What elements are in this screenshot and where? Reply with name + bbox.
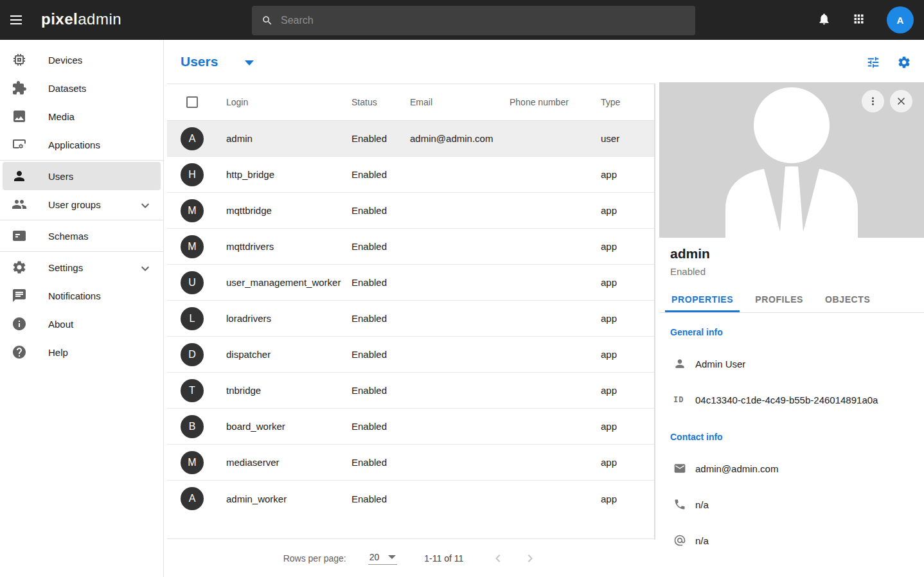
sidebar-item-label: Devices [48,55,82,66]
column-header-status[interactable]: Status [351,97,410,107]
table-pagination: Rows per page: 20 1-11 of 11 [167,538,654,577]
sidebar-item-settings[interactable]: Settings [3,253,161,281]
gear-icon [12,260,27,275]
rows-per-page-select[interactable]: 20 [368,552,398,565]
entity-type-dropdown[interactable]: Users [181,54,254,69]
sidebar-item-applications[interactable]: Applications [3,130,161,159]
top-app-bar: pixeladmin A [0,0,924,40]
column-header-email[interactable]: Email [410,97,510,107]
cell-type: app [601,169,654,180]
tab-profiles[interactable]: PROFILES [754,288,804,312]
cell-type: app [601,349,654,360]
close-panel-button[interactable] [890,90,912,112]
cell-status: Enabled [351,493,410,504]
row-avatar: A [181,487,204,510]
table-row-board-worker[interactable]: Bboard_workerEnabledapp [167,409,654,445]
cell-type: app [601,457,654,468]
pagination-range-label: 1-11 of 11 [424,553,463,564]
column-header-phone-number[interactable]: Phone number [510,97,601,107]
table-row-mqttdrivers[interactable]: MmqttdriversEnabledapp [167,229,654,265]
panel-field: n/a [659,486,924,522]
table-row-mediaserver[interactable]: MmediaserverEnabledapp [167,445,654,481]
table-row-mqttbridge[interactable]: MmqttbridgeEnabledapp [167,193,654,229]
section-heading-general-info: General info [670,327,924,340]
cell-type: app [601,421,654,432]
column-header-login[interactable]: Login [226,97,351,107]
apps-grid-icon[interactable] [852,12,867,28]
previous-page-icon[interactable] [490,551,506,566]
cell-login: loradrivers [226,313,351,324]
row-avatar: U [181,271,204,294]
table-row-admin-worker[interactable]: Aadmin_workerEnabledapp [167,481,654,517]
notifications-bell-icon[interactable] [817,12,833,28]
cell-status: Enabled [351,169,410,180]
sidebar-item-notifications[interactable]: Notifications [3,281,161,310]
cell-status: Enabled [351,205,410,216]
table-row-loradrivers[interactable]: LloradriversEnabledapp [167,301,654,337]
table-row-tnbridge[interactable]: TtnbridgeEnabledapp [167,373,654,409]
sidebar-item-label: Applications [48,139,100,150]
sidebar-item-users[interactable]: Users [3,162,161,190]
person-icon [12,168,27,184]
cell-login: user_management_worker [226,277,351,288]
table-row-dispatcher[interactable]: DdispatcherEnabledapp [167,337,654,373]
cell-email: admin@admin.com [410,133,510,144]
chip-icon [12,52,27,67]
cell-status: Enabled [351,349,410,360]
cell-login: mqttbridge [226,205,351,216]
sidebar-nav: DevicesDatasetsMediaApplicationsUsersUse… [0,40,164,577]
table-scrollbar[interactable] [654,84,655,540]
column-header-type[interactable]: Type [601,97,654,107]
sidebar-item-user-groups[interactable]: User groups [3,190,161,218]
chat-icon [12,288,27,303]
sidebar-item-help[interactable]: Help [3,338,161,366]
dropdown-caret-icon [245,60,254,66]
table-row-http-bridge[interactable]: Hhttp_bridgeEnabledapp [167,157,654,193]
select-all-checkbox[interactable] [186,96,198,108]
row-avatar: T [181,379,204,402]
sidebar-item-devices[interactable]: Devices [3,46,161,74]
person-icon [673,357,686,370]
at-icon [673,534,686,547]
cell-login: mqttdrivers [226,241,351,252]
row-avatar: D [181,343,204,366]
filter-tune-icon[interactable] [866,55,880,69]
users-table: LoginStatusEmailPhone numberType AadminE… [167,84,654,517]
sidebar-item-label: Users [48,171,73,182]
next-page-icon[interactable] [522,551,538,566]
row-avatar: B [181,415,204,438]
user-avatar[interactable]: A [887,6,914,33]
menu-icon[interactable] [8,12,24,28]
table-row-admin[interactable]: AadminEnabledadmin@admin.comuser [167,121,654,157]
panel-field-value: admin@admin.com [695,463,778,474]
search-bar[interactable] [252,6,695,35]
cell-status: Enabled [351,277,410,288]
search-input[interactable] [281,15,695,26]
more-options-button[interactable] [862,90,884,112]
sidebar-item-label: User groups [48,199,101,210]
sidebar-item-label: Media [48,111,75,122]
sidebar-item-datasets[interactable]: Datasets [3,74,161,102]
cell-status: Enabled [351,421,410,432]
sidebar-item-about[interactable]: About [3,310,161,338]
sidebar-item-schemas[interactable]: Schemas [3,222,161,250]
cell-status: Enabled [351,385,410,396]
cell-login: tnbridge [226,385,351,396]
cell-type: app [601,241,654,252]
app-window-icon [12,137,27,152]
cell-type: app [601,205,654,216]
more-vert-icon [867,95,879,107]
table-header-row: LoginStatusEmailPhone numberType [167,84,654,121]
sidebar-item-media[interactable]: Media [3,102,161,130]
cell-status: Enabled [351,241,410,252]
table-settings-gear-icon[interactable] [897,55,911,69]
tab-properties[interactable]: PROPERTIES [670,288,734,312]
user-detail-panel: admin Enabled PROPERTIESPROFILESOBJECTS … [659,82,924,577]
sidebar-item-label: Notifications [48,290,101,301]
panel-field-value: n/a [695,499,709,510]
table-row-user-management-worker[interactable]: Uuser_management_workerEnabledapp [167,265,654,301]
row-avatar: L [181,307,204,330]
tab-objects[interactable]: OBJECTS [824,288,871,312]
cell-type: app [601,313,654,324]
id-icon: ID [673,395,684,404]
